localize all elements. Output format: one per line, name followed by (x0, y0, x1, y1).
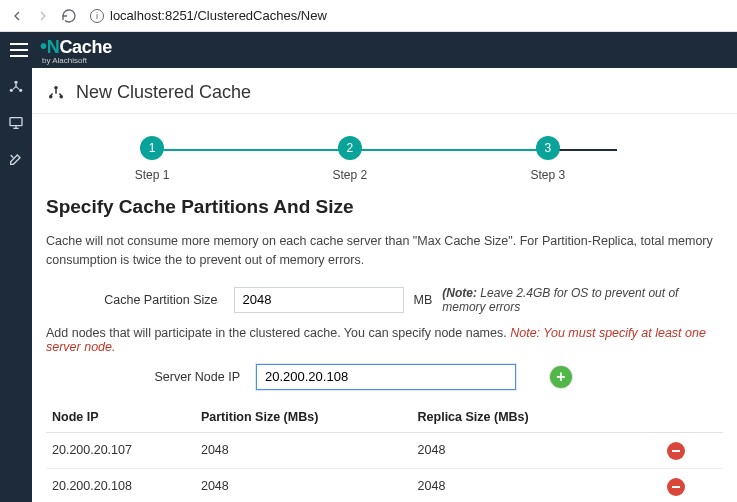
brand-logo: •NCache by Alachisoft (40, 35, 112, 65)
remove-node-button[interactable] (667, 478, 685, 496)
partition-size-label: Cache Partition Size (46, 293, 224, 307)
remove-node-button[interactable] (667, 442, 685, 460)
server-ip-label: Server Node IP (46, 370, 246, 384)
svg-rect-3 (10, 118, 22, 126)
step-connector (152, 149, 350, 151)
col-partition-size: Partition Size (MBs) (195, 402, 412, 433)
add-node-button[interactable]: + (550, 366, 572, 388)
monitor-icon[interactable] (7, 114, 25, 132)
table-row: 20.200.20.108 2048 2048 (46, 468, 723, 502)
cell-ip: 20.200.20.108 (46, 468, 195, 502)
cell-replica: 2048 (412, 468, 629, 502)
table-row: 20.200.20.107 2048 2048 (46, 432, 723, 468)
site-info-icon[interactable]: i (90, 9, 104, 23)
svg-point-4 (54, 85, 58, 89)
cell-replica: 2048 (412, 432, 629, 468)
svg-point-0 (14, 81, 17, 84)
cluster-icon[interactable] (7, 78, 25, 96)
server-ip-input[interactable] (256, 364, 516, 390)
address-bar[interactable]: i localhost:8251/ClusteredCaches/New (86, 8, 729, 23)
svg-point-2 (19, 89, 22, 92)
url-text: localhost:8251/ClusteredCaches/New (110, 8, 327, 23)
nodes-description: Add nodes that will participate in the c… (46, 326, 723, 354)
cell-partition: 2048 (195, 432, 412, 468)
partition-hint: (Note: Leave 2.4GB for OS to prevent out… (442, 286, 723, 314)
partition-size-input[interactable] (234, 287, 404, 313)
page-header: New Clustered Cache (32, 68, 737, 114)
app-header: •NCache by Alachisoft (0, 32, 737, 68)
menu-toggle[interactable] (10, 43, 28, 57)
wizard-steps: 1 Step 1 2 Step 2 3 Step 3 (32, 114, 737, 188)
cell-partition: 2048 (195, 468, 412, 502)
tools-icon[interactable] (7, 150, 25, 168)
cell-ip: 20.200.20.107 (46, 432, 195, 468)
partition-unit: MB (414, 293, 433, 307)
sidebar (0, 68, 32, 502)
col-node-ip: Node IP (46, 402, 195, 433)
section-description: Cache will not consume more memory on ea… (46, 232, 723, 270)
col-replica-size: Replica Size (MBs) (412, 402, 629, 433)
section-title: Specify Cache Partitions And Size (46, 196, 723, 218)
col-actions (628, 402, 723, 433)
partition-size-row: Cache Partition Size MB (Note: Leave 2.4… (46, 286, 723, 314)
forward-button[interactable] (34, 7, 52, 25)
server-ip-row: Server Node IP + (46, 364, 723, 390)
step-connector (350, 149, 548, 151)
svg-point-1 (10, 89, 13, 92)
back-button[interactable] (8, 7, 26, 25)
cluster-icon (46, 84, 66, 102)
reload-button[interactable] (60, 7, 78, 25)
main-content: New Clustered Cache 1 Step 1 2 Step 2 3 … (32, 68, 737, 502)
svg-rect-7 (55, 89, 57, 94)
browser-chrome: i localhost:8251/ClusteredCaches/New (0, 0, 737, 32)
nodes-table: Node IP Partition Size (MBs) Replica Siz… (46, 402, 723, 503)
page-title: New Clustered Cache (76, 82, 251, 103)
